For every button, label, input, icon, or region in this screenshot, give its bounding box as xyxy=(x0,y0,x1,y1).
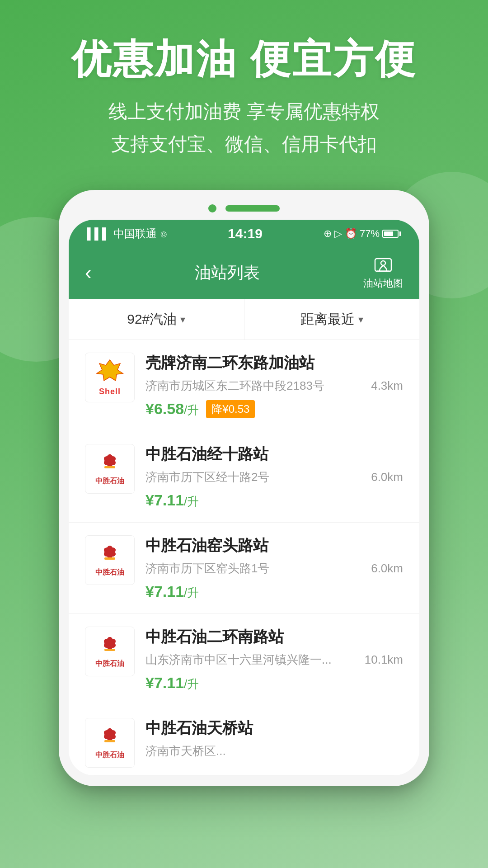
svg-rect-11 xyxy=(104,466,115,468)
station-distance: 10.1km xyxy=(365,653,403,667)
zs-text-label5: 中胜石油 xyxy=(95,750,124,760)
phone-mockup: ▌▌▌ 中国联通 ⌾ 14:19 ⊕ ▷ ⏰ 77% xyxy=(59,190,429,786)
hero-subtitle-line1: 线上支付加油费 享专属优惠特权 xyxy=(108,101,380,122)
map-icon xyxy=(373,255,393,275)
station-address-row: 山东济南市中区十六里河镇兴隆一... 10.1km xyxy=(145,652,403,668)
station-logo-shell: Shell xyxy=(85,353,135,402)
wifi-icon: ⌾ xyxy=(160,227,167,240)
hero-subtitle-line2: 支持支付宝、微信、信用卡代扣 xyxy=(111,133,377,155)
fuel-type-label: 92#汽油 xyxy=(127,310,177,329)
filter-bar: 92#汽油 ▾ 距离最近 ▾ xyxy=(69,299,419,340)
station-name: 中胜石油窑头路站 xyxy=(145,535,403,556)
station-info: 中胜石油天桥站 济南市天桥区... xyxy=(145,718,403,765)
station-price-row: ¥7.11/升 xyxy=(145,491,403,509)
sort-label: 距离最近 xyxy=(300,310,355,329)
station-distance: 6.0km xyxy=(371,561,403,576)
station-logo-zhongsheng4: 中胜石油 xyxy=(85,627,135,676)
location-icon: ⊕ xyxy=(324,228,332,240)
svg-rect-25 xyxy=(104,649,115,651)
station-address: 济南市历下区经十路2号 xyxy=(145,469,364,485)
back-button[interactable]: ‹ xyxy=(85,261,92,284)
app-header: ‹ 油站列表 油站地图 xyxy=(69,246,419,299)
station-price-row: ¥7.11/升 xyxy=(145,583,403,601)
status-carrier: ▌▌▌ 中国联通 ⌾ xyxy=(87,226,167,241)
svg-rect-18 xyxy=(104,557,115,560)
station-price: ¥7.11/升 xyxy=(145,491,199,509)
svg-rect-32 xyxy=(104,740,115,742)
station-info: 壳牌济南二环东路加油站 济南市历城区东二环路中段2183号 4.3km ¥6.5… xyxy=(145,353,403,418)
station-address: 山东济南市中区十六里河镇兴隆一... xyxy=(145,652,357,668)
battery-percent: 77% xyxy=(360,228,380,240)
discount-badge: 降¥0.53 xyxy=(206,400,255,418)
status-time: 14:19 xyxy=(228,226,263,241)
station-logo-zhongsheng3: 中胜石油 xyxy=(85,535,135,585)
station-address-row: 济南市历下区经十路2号 6.0km xyxy=(145,469,403,485)
status-battery: ⊕ ▷ ⏰ 77% xyxy=(324,228,401,240)
station-item[interactable]: 中胜石油 中胜石油二环南路站 山东济南市中区十六里河镇兴隆一... 10.1km… xyxy=(69,614,419,705)
hero-title: 优惠加油 便宜方便 xyxy=(27,36,461,82)
station-distance: 6.0km xyxy=(371,470,403,484)
station-item[interactable]: 中胜石油 中胜石油天桥站 济南市天桥区... xyxy=(69,705,419,775)
station-item[interactable]: Shell 壳牌济南二环东路加油站 济南市历城区东二环路中段2183号 4.3k… xyxy=(69,340,419,431)
zs-text-label3: 中胜石油 xyxy=(95,568,124,577)
battery-icon xyxy=(382,230,401,238)
phone-camera xyxy=(208,204,216,212)
fuel-type-filter[interactable]: 92#汽油 ▾ xyxy=(69,299,244,340)
hero-subtitle: 线上支付加油费 享专属优惠特权 支持支付宝、微信、信用卡代扣 xyxy=(27,95,461,160)
station-logo-zhongsheng: 中胜石油 xyxy=(85,444,135,494)
svg-point-1 xyxy=(381,261,385,265)
map-button[interactable]: 油站地图 xyxy=(363,255,403,290)
station-address: 济南市天桥区... xyxy=(145,743,396,759)
station-logo-zhongsheng5: 中胜石油 xyxy=(85,718,135,768)
station-name: 壳牌济南二环东路加油站 xyxy=(145,353,403,373)
zs-text-label4: 中胜石油 xyxy=(95,659,124,669)
signal-icon: ▌▌▌ xyxy=(87,227,110,240)
station-price-row: ¥7.11/升 xyxy=(145,674,403,692)
station-info: 中胜石油经十路站 济南市历下区经十路2号 6.0km ¥7.11/升 xyxy=(145,444,403,509)
station-address-row: 济南市历城区东二环路中段2183号 4.3km xyxy=(145,378,403,394)
chevron-down-icon: ▾ xyxy=(180,314,185,326)
station-address-row: 济南市天桥区... xyxy=(145,743,403,759)
station-address-row: 济南市历下区窑头路1号 6.0km xyxy=(145,561,403,576)
station-list: Shell 壳牌济南二环东路加油站 济南市历城区东二环路中段2183号 4.3k… xyxy=(69,340,419,775)
station-price: ¥7.11/升 xyxy=(145,583,199,601)
chevron-down-icon-2: ▾ xyxy=(358,314,363,326)
phone-top-bar xyxy=(69,201,419,220)
phone-speaker xyxy=(225,205,280,212)
station-price: ¥7.11/升 xyxy=(145,674,199,692)
phone-screen: ▌▌▌ 中国联通 ⌾ 14:19 ⊕ ▷ ⏰ 77% xyxy=(69,220,419,775)
hero-section: 优惠加油 便宜方便 线上支付加油费 享专属优惠特权 支持支付宝、微信、信用卡代扣 xyxy=(0,0,488,178)
status-bar: ▌▌▌ 中国联通 ⌾ 14:19 ⊕ ▷ ⏰ 77% xyxy=(69,220,419,246)
station-address: 济南市历城区东二环路中段2183号 xyxy=(145,378,364,394)
sort-filter[interactable]: 距离最近 ▾ xyxy=(244,299,420,340)
station-distance: 4.3km xyxy=(371,379,403,393)
station-info: 中胜石油窑头路站 济南市历下区窑头路1号 6.0km ¥7.11/升 xyxy=(145,535,403,601)
station-price: ¥6.58/升 xyxy=(145,400,199,418)
station-name: 中胜石油二环南路站 xyxy=(145,627,403,647)
map-label: 油站地图 xyxy=(363,277,403,290)
station-item[interactable]: 中胜石油 中胜石油经十路站 济南市历下区经十路2号 6.0km ¥7.11/升 xyxy=(69,431,419,523)
alarm-icon: ⏰ xyxy=(345,228,357,240)
station-address: 济南市历下区窑头路1号 xyxy=(145,561,364,576)
nav-icon: ▷ xyxy=(334,228,342,240)
station-name: 中胜石油天桥站 xyxy=(145,718,403,739)
station-name: 中胜石油经十路站 xyxy=(145,444,403,465)
station-item[interactable]: 中胜石油 中胜石油窑头路站 济南市历下区窑头路1号 6.0km ¥7.11/升 xyxy=(69,523,419,614)
station-price-row: ¥6.58/升 降¥0.53 xyxy=(145,400,403,418)
shell-text-label: Shell xyxy=(99,387,121,396)
station-info: 中胜石油二环南路站 山东济南市中区十六里河镇兴隆一... 10.1km ¥7.1… xyxy=(145,627,403,692)
zs-text-label: 中胜石油 xyxy=(95,476,124,486)
header-title: 油站列表 xyxy=(195,262,260,284)
